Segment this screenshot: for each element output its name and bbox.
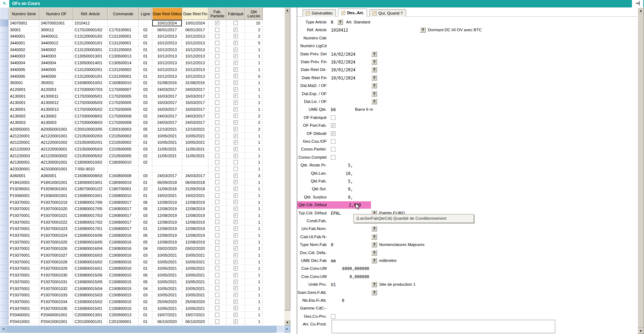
cell-rowhdr[interactable] — [0, 239, 9, 246]
panel-scroll-up-button[interactable] — [638, 7, 644, 13]
fab_partielle-checkbox[interactable] — [215, 180, 219, 184]
table-row[interactable]: P18410001P18410001001C180900019/01C18090… — [0, 179, 284, 186]
cell-rowhdr[interactable] — [0, 232, 9, 239]
field-checkbox[interactable]: ✓ — [331, 123, 335, 128]
fab_partielle-checkbox[interactable] — [215, 67, 219, 72]
table-row[interactable]: 34400053440005C131200002/01C131200002011… — [0, 66, 284, 73]
help-button[interactable]: ? — [371, 290, 377, 295]
table-row[interactable]: A130003A130003C170300008/03C170300008032… — [0, 119, 284, 126]
table-row[interactable]: A21220001A21220001001C210500002/03C21050… — [0, 133, 284, 139]
field-value[interactable]: R — [331, 20, 333, 25]
table-row[interactable]: P19370001P19370001030C190800015/06C19080… — [0, 272, 284, 279]
table-row[interactable]: P19290001P19290001001C180700001/22C18070… — [0, 186, 284, 192]
help-button[interactable]: ? — [337, 19, 343, 25]
cell-rowhdr[interactable] — [0, 272, 9, 279]
cell-rowhdr[interactable] — [0, 173, 9, 179]
table-row[interactable]: P20410001P20410001001C201000001/01C20100… — [0, 318, 284, 325]
cell-rowhdr[interactable] — [0, 73, 9, 80]
fabrique-checkbox[interactable]: ✓ — [234, 74, 238, 78]
fabrique-checkbox[interactable]: ✓ — [234, 174, 238, 178]
fabrique-checkbox[interactable]: ✓ — [234, 233, 238, 237]
fabrique-checkbox[interactable]: ✓ — [234, 41, 238, 45]
fabrique-checkbox[interactable]: ✓ — [234, 61, 238, 65]
help-button[interactable]: ? — [371, 242, 377, 247]
fabrique-checkbox[interactable]: ✓ — [234, 187, 238, 191]
table-row[interactable]: A23330001A233300010017-550-90101 — [0, 166, 284, 173]
fab_partielle-checkbox[interactable] — [215, 48, 219, 52]
fabrique-checkbox[interactable]: ✓ — [234, 253, 238, 257]
table-row[interactable]: A130001A1300013C170200005/02C17020000502… — [0, 106, 284, 113]
fabrique-checkbox[interactable]: ✓ — [234, 240, 238, 244]
field-checkbox[interactable]: ✓ — [331, 131, 335, 136]
cell-rowhdr[interactable] — [0, 133, 9, 139]
fab_partielle-checkbox[interactable]: ✓ — [215, 21, 219, 25]
help-button[interactable]: ? — [371, 51, 377, 57]
cell-rowhdr[interactable] — [0, 206, 9, 212]
table-row[interactable]: P20400001P20400001001C200900013/01C20090… — [0, 312, 284, 318]
field-value[interactable]: U1 — [331, 282, 336, 287]
cell-rowhdr[interactable] — [0, 212, 9, 219]
fab_partielle-checkbox[interactable] — [215, 260, 219, 264]
field-value[interactable]: 10/01/2024 — [331, 67, 355, 72]
fab_partielle-checkbox[interactable] — [215, 300, 219, 304]
cell-rowhdr[interactable] — [0, 106, 9, 113]
table-row[interactable]: A21220001A21220001002C210500002/01C21050… — [0, 139, 284, 146]
cell-rowhdr[interactable] — [0, 192, 9, 199]
fabrique-checkbox[interactable]: ✓ — [234, 114, 238, 118]
field-value[interactable]: 0, — [331, 187, 353, 192]
cell-rowhdr[interactable] — [0, 166, 9, 173]
field-value[interactable]: b6 — [331, 107, 336, 112]
cell-rowhdr[interactable] — [0, 219, 9, 226]
fab_partielle-checkbox[interactable] — [215, 193, 219, 198]
cell-rowhdr[interactable] — [0, 153, 9, 159]
fabrique-checkbox[interactable]: ✓ — [234, 107, 238, 111]
column-header-ref[interactable]: Réf. Article — [73, 7, 108, 20]
field-value[interactable]: 0 — [331, 242, 333, 247]
field-value[interactable]: 0,000000 — [331, 274, 369, 279]
fab_partielle-checkbox[interactable] — [215, 187, 219, 191]
fabrique-checkbox[interactable]: ✓ — [234, 100, 238, 105]
field-value[interactable]: 0 — [331, 298, 344, 303]
fabrique-checkbox[interactable]: ✓ — [234, 220, 238, 224]
field-checkbox[interactable] — [331, 314, 335, 319]
column-header-qte[interactable]: Qté Lancée — [245, 7, 263, 20]
table-row[interactable]: P19370001P19370001024C190800016/06C19080… — [0, 232, 284, 239]
fab_partielle-checkbox[interactable] — [215, 41, 219, 45]
field-value[interactable]: 0, — [331, 195, 353, 200]
fabrique-checkbox[interactable]: ✓ — [234, 273, 238, 277]
fabrique-checkbox[interactable]: ✓ — [234, 34, 238, 38]
field-value[interactable]: 5, — [331, 163, 353, 168]
table-row[interactable]: P19360001P19360001001C190800010/01C19080… — [0, 192, 284, 199]
cell-rowhdr[interactable] — [0, 245, 9, 252]
fabrique-checkbox[interactable]: ✓ — [234, 134, 238, 138]
panel-scrollbar-thumb[interactable] — [638, 13, 644, 328]
fabrique-checkbox[interactable]: ✓ — [234, 193, 238, 198]
detach-window-icon[interactable]: →| — [632, 0, 643, 7]
help-button[interactable]: ? — [371, 91, 377, 97]
cell-rowhdr[interactable] — [0, 186, 9, 192]
cell-rowhdr[interactable] — [0, 199, 9, 206]
fab_partielle-checkbox[interactable] — [215, 134, 219, 138]
cell-rowhdr[interactable] — [0, 259, 9, 265]
fab_partielle-checkbox[interactable] — [215, 140, 219, 144]
column-header-fabrique[interactable]: Fabriqué — [227, 7, 245, 20]
cell-rowhdr[interactable] — [0, 80, 9, 86]
fabrique-checkbox[interactable]: ✓ — [234, 306, 238, 310]
field-checkbox[interactable] — [331, 139, 335, 144]
fab_partielle-checkbox[interactable] — [215, 313, 219, 317]
scroll-right-button[interactable] — [284, 325, 290, 333]
cell-rowhdr[interactable] — [0, 33, 9, 40]
help-button[interactable]: ? — [371, 226, 377, 231]
field-value[interactable]: 5, — [331, 179, 353, 184]
table-row[interactable]: P19370001P19370001025C190800016/05C19080… — [0, 239, 284, 246]
fab_partielle-checkbox[interactable] — [215, 246, 219, 251]
table-row[interactable]: A120001A120001C170300007/03C170300007032… — [0, 86, 284, 93]
cell-rowhdr[interactable] — [0, 93, 9, 100]
cell-rowhdr[interactable] — [0, 279, 9, 285]
fab_partielle-checkbox[interactable] — [215, 174, 219, 178]
field-value[interactable]: 10, — [331, 171, 353, 176]
table-row[interactable]: P19370001P19370001021C190800017/03C19080… — [0, 212, 284, 219]
table-row[interactable]: A130001A1300012C170200005/03C17020000503… — [0, 99, 284, 106]
table-row[interactable]: P19370001P19370001022C190800017/02C19080… — [0, 219, 284, 226]
field-value[interactable]: 6000,000000 — [331, 266, 369, 271]
